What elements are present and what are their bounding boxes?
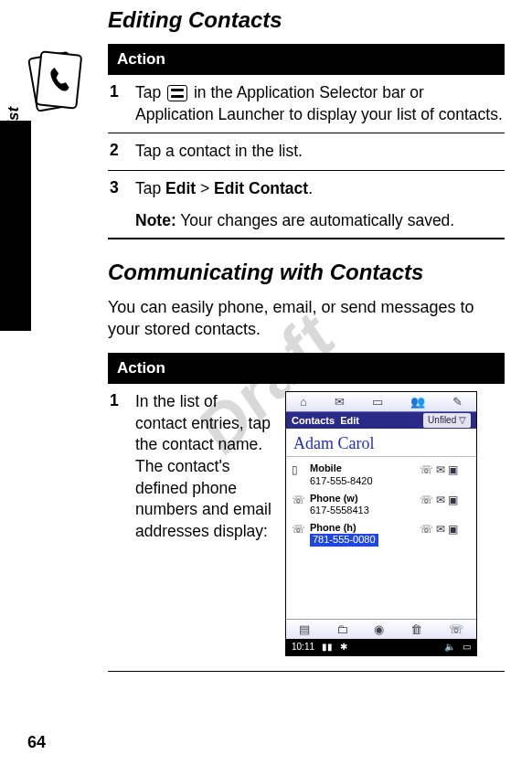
- device-screenshot: ⌂ ✉ ▭ 👥 ✎ Contacts Edit Unfiled ▽ Adam C…: [285, 391, 477, 656]
- step-number: 1: [108, 391, 135, 410]
- device-row-label: Phone (h): [310, 522, 356, 533]
- action-header-2: Action: [108, 353, 505, 384]
- device-topbar: ⌂ ✉ ▭ 👥 ✎: [286, 392, 476, 412]
- device-row-value: 617-5558413: [310, 505, 369, 515]
- step-post: .: [308, 179, 313, 197]
- battery-icon: ▭: [463, 641, 471, 653]
- device-row-actions: ☏✉▣: [420, 522, 471, 537]
- step-number: 1: [108, 82, 135, 101]
- note-label: Note:: [135, 211, 176, 229]
- step-number: 2: [108, 141, 135, 160]
- step-number: 3: [108, 178, 135, 197]
- section-title-communicating: Communicating with Contacts: [108, 260, 505, 285]
- home-icon: ⌂: [300, 394, 307, 410]
- device-menu-unfiled: Unfiled ▽: [423, 413, 471, 428]
- device-row-actions: ☏✉▣: [420, 493, 471, 507]
- app-selector-icon: [167, 85, 187, 101]
- mail-icon: ✉: [335, 394, 345, 410]
- phone-icon: ☏: [292, 493, 304, 507]
- menu-edit-contact: Edit Contact: [214, 179, 308, 197]
- trash-icon: 🗑: [410, 622, 422, 638]
- device-body: ▯ Mobile617-555-8420 ☏✉▣ ☏ Phone (w)617-…: [286, 457, 476, 546]
- device-menu-edit: Edit: [340, 414, 359, 428]
- step-row: 1 In the list of contact entries, tap th…: [108, 384, 505, 664]
- pen-icon: ✎: [452, 394, 463, 410]
- device-row: ☏ Phone (h)781-555-0080 ☏✉▣: [292, 522, 471, 546]
- device-contact-name: Adam Carol: [286, 429, 476, 457]
- note-row: Note: Your changes are automatically sav…: [108, 207, 505, 239]
- device-statusbar: 10:11 ▮▮ ✱ 🔈 ▭: [286, 639, 476, 655]
- section-intro: You can easily phone, email, or send mes…: [108, 296, 505, 341]
- device-row-value-selected: 781-555-0080: [310, 534, 378, 546]
- folder-icon: 🗀: [336, 622, 348, 638]
- bluetooth-icon: ✱: [340, 641, 347, 653]
- action-header-1: Action: [108, 44, 505, 75]
- device-row-actions: ☏✉▣: [420, 462, 471, 477]
- signal-icon: ▮▮: [322, 641, 333, 653]
- svg-rect-1: [36, 51, 81, 108]
- sms-icon: ✉: [436, 522, 445, 537]
- video-icon: ▣: [448, 462, 458, 477]
- step-row: 3 Tap Edit > Edit Contact.: [108, 171, 505, 207]
- message-icon: ▭: [372, 394, 383, 410]
- sms-icon: ✉: [436, 462, 445, 477]
- step-row: 2 Tap a contact in the list.: [108, 133, 505, 171]
- mobile-icon: ▯: [292, 462, 304, 477]
- step-post: in the Application Selector bar or Appli…: [135, 83, 503, 123]
- step-body: In the list of contact entries, tap the …: [135, 391, 272, 656]
- note-text: Your changes are automatically saved.: [176, 211, 455, 229]
- device-time: 10:11: [292, 641, 314, 653]
- page-number: 64: [27, 733, 46, 752]
- step-body: Tap Edit > Edit Contact.: [135, 178, 505, 200]
- call-icon: ☏: [420, 493, 433, 507]
- step-pre: Tap: [135, 179, 165, 197]
- menu-edit: Edit: [165, 179, 196, 197]
- camera-icon: ◉: [374, 622, 384, 638]
- video-icon: ▣: [448, 522, 458, 537]
- sound-icon: 🔈: [444, 641, 455, 653]
- new-icon: ▤: [299, 622, 310, 638]
- step-body: Tap in the Application Selector bar or A…: [135, 82, 505, 125]
- video-icon: ▣: [448, 493, 458, 507]
- device-menubar: Contacts Edit Unfiled ▽: [286, 412, 476, 429]
- phone-tool-icon: ☏: [449, 622, 463, 638]
- device-row-label: Phone (w): [310, 493, 358, 504]
- contacts-art-icon: [18, 46, 91, 119]
- divider: [108, 671, 505, 672]
- call-icon: ☏: [420, 522, 433, 537]
- step-pre: Tap: [135, 83, 165, 101]
- device-row-label: Mobile: [310, 462, 342, 473]
- device-row-value: 617-555-8420: [310, 475, 373, 486]
- device-menu-contacts: Contacts: [292, 414, 335, 428]
- device-row: ▯ Mobile617-555-8420 ☏✉▣: [292, 462, 471, 486]
- contacts-pair-icon: 👥: [410, 394, 425, 410]
- step-row: 1 Tap in the Application Selector bar or…: [108, 75, 505, 133]
- phone-icon: ☏: [292, 522, 304, 537]
- menu-sep: >: [196, 179, 214, 197]
- sms-icon: ✉: [436, 493, 445, 507]
- side-tab-label: Contact List: [5, 107, 23, 197]
- device-row: ☏ Phone (w)617-5558413 ☏✉▣: [292, 493, 471, 516]
- section-title-editing: Editing Contacts: [108, 7, 505, 33]
- call-icon: ☏: [420, 462, 433, 477]
- step-body: Tap a contact in the list.: [135, 141, 505, 163]
- device-toolbar: ▤ 🗀 ◉ 🗑 ☏: [286, 619, 476, 639]
